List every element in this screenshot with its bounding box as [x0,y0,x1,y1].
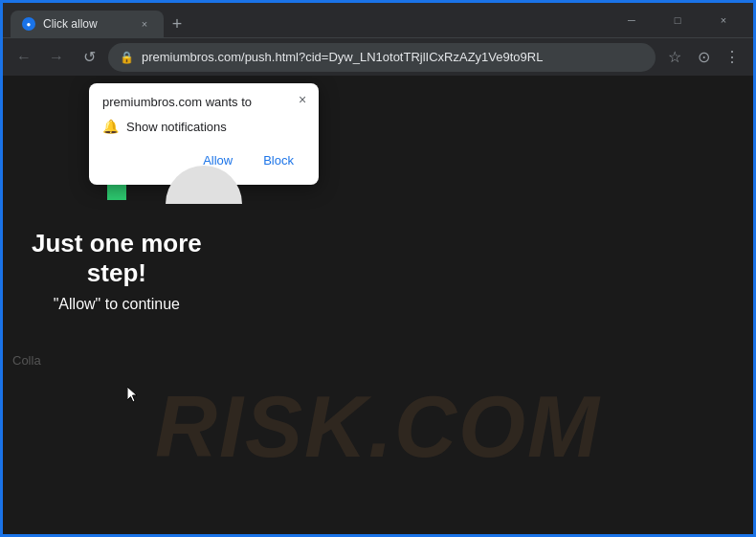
minimize-button[interactable]: ─ [610,7,654,34]
browser-window: ● Click allow × + ─ □ × ← → ↺ 🔒 premiumb… [3,3,753,534]
refresh-button[interactable]: ↺ [76,44,102,71]
maximize-button[interactable]: □ [656,7,700,34]
popup-notification-row: 🔔 Show notifications [102,119,305,134]
bookmark-button[interactable]: ☆ [661,44,688,71]
url-text: premiumbros.com/push.html?cid=Dyw_LN1oto… [142,50,644,64]
notification-label: Show notifications [126,120,227,134]
headline: Just one more step! [32,229,202,288]
headline-line1: Just one more [32,229,202,257]
popup-close-button[interactable]: × [294,91,311,108]
tab-favicon: ● [22,17,35,31]
headline-line2: step! [87,258,146,287]
address-bar-row: ← → ↺ 🔒 premiumbros.com/push.html?cid=Dy… [3,37,753,76]
left-label: Colla [12,353,41,368]
profile-button[interactable]: ⊙ [690,44,717,71]
active-tab[interactable]: ● Click allow × [11,11,164,37]
subtext: "Allow" to continue [54,296,180,313]
tab-title: Click allow [43,17,129,31]
bell-icon: 🔔 [102,119,119,134]
close-button[interactable]: × [701,7,745,34]
lock-icon: 🔒 [120,51,134,64]
toolbar-icons: ☆ ⊙ ⋮ [661,44,745,71]
block-button[interactable]: Block [252,147,305,173]
window-controls: ─ □ × [610,7,745,34]
title-bar: ● Click allow × + ─ □ × [3,3,753,37]
notification-popup: × premiumbros.com wants to 🔔 Show notifi… [89,83,319,185]
tab-area: ● Click allow × + [11,3,602,37]
new-tab-button[interactable]: + [164,11,190,37]
menu-button[interactable]: ⋮ [719,44,745,71]
tab-close-button[interactable]: × [137,16,152,32]
page-content: RISK.COM × premiumbros.com wants to 🔔 Sh… [3,76,753,534]
address-bar[interactable]: 🔒 premiumbros.com/push.html?cid=Dyw_LN1o… [108,43,656,72]
popup-title: premiumbros.com wants to [102,95,305,109]
back-button[interactable]: ← [11,44,37,71]
forward-button[interactable]: → [43,44,70,71]
